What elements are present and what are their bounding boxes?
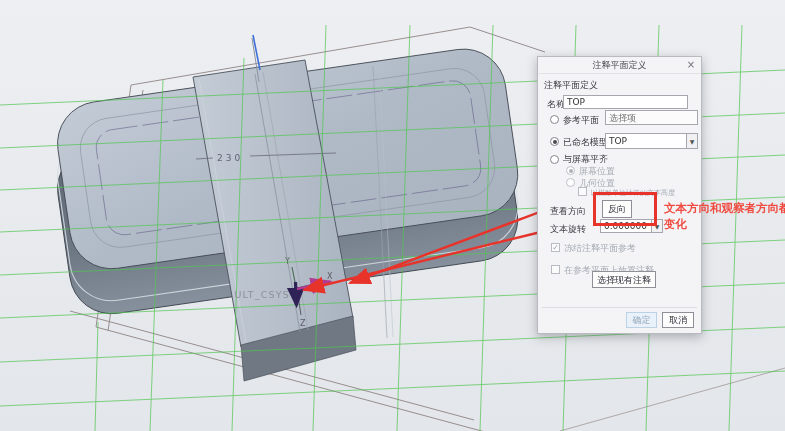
place-on-ref-checkbox[interactable] bbox=[551, 265, 560, 274]
dimension-value: 230 bbox=[217, 153, 243, 163]
dialog-title[interactable]: 注释平面定义 bbox=[538, 57, 701, 74]
view-direction-label: 查看方向 bbox=[550, 205, 586, 218]
annotation-note-line2: 变化 bbox=[664, 216, 784, 232]
close-icon[interactable]: × bbox=[685, 58, 697, 71]
plane-normal-arrow bbox=[296, 282, 297, 305]
name-input[interactable] bbox=[563, 95, 688, 109]
named-orientation-radio[interactable] bbox=[550, 137, 559, 146]
z-axis-label: Z bbox=[300, 319, 306, 328]
dialog-separator bbox=[542, 307, 697, 308]
text-rotation-label: 文本旋转 bbox=[550, 223, 586, 236]
section-label: 注释平面定义 bbox=[544, 79, 598, 92]
flip-highlight-box bbox=[593, 192, 657, 226]
ref-plane-input[interactable] bbox=[605, 110, 698, 125]
freeze-label: 冻结注释平面参考 bbox=[564, 242, 636, 255]
check-icon: ✓ bbox=[552, 243, 559, 252]
flat-to-screen-radio[interactable] bbox=[550, 155, 559, 164]
csys-label: ULT_CSYS bbox=[234, 289, 290, 300]
x-axis-label: X bbox=[327, 272, 333, 281]
annotation-note: 文本方向和观察者方向都 变化 bbox=[664, 200, 784, 232]
cancel-button[interactable]: 取消 bbox=[662, 312, 694, 328]
creo-3d-viewport: 230 ULT_CSYS Y X Z 注释平面定义 bbox=[0, 0, 785, 431]
screen-position-radio[interactable] bbox=[566, 166, 575, 175]
ref-plane-radio[interactable] bbox=[550, 115, 559, 124]
geometry-position-radio[interactable] bbox=[566, 178, 575, 187]
freeze-checkbox[interactable]: ✓ bbox=[551, 243, 560, 252]
ref-plane-label: 参考平面 bbox=[563, 114, 599, 127]
named-orientation-value[interactable] bbox=[605, 133, 687, 149]
ok-button[interactable]: 确定 bbox=[626, 312, 657, 328]
select-existing-button[interactable]: 选择现有注释 bbox=[592, 271, 656, 288]
annotation-note-line1: 文本方向和观察者方向都 bbox=[664, 200, 784, 216]
y-axis-label: Y bbox=[284, 257, 290, 266]
named-orientation-dropdown-icon[interactable]: ▼ bbox=[686, 133, 698, 149]
text-height-checkbox[interactable] bbox=[578, 187, 587, 196]
